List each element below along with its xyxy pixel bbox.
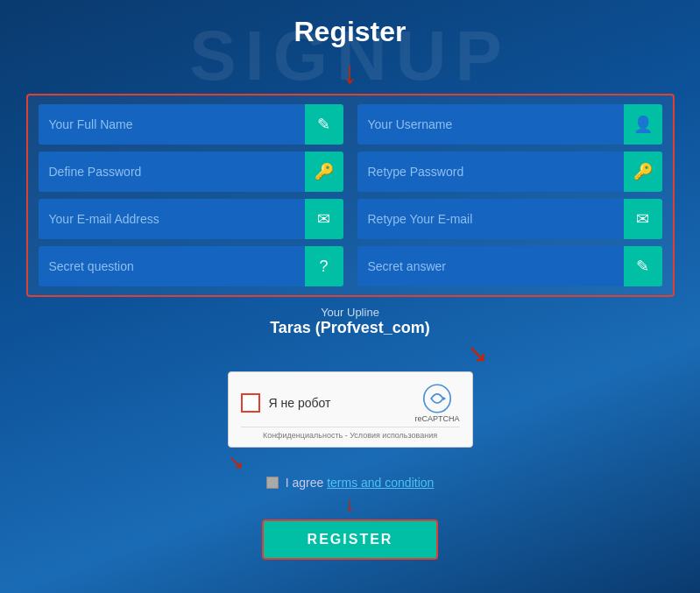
full-name-input[interactable]: [39, 104, 305, 145]
upline-name: Taras (Profvest_com): [270, 319, 430, 337]
secret-question-icon: ?: [305, 246, 343, 286]
svg-marker-0: [443, 397, 446, 401]
upline-section: Your Upline Taras (Profvest_com): [270, 306, 430, 337]
secret-question-input[interactable]: [39, 246, 305, 286]
captcha-footer: Конфиденциальность - Условия использован…: [241, 427, 460, 440]
retype-password-group: 🔑: [357, 152, 662, 192]
arrow-to-captcha: ↘: [467, 339, 487, 368]
secret-question-group: ?: [39, 246, 343, 286]
password-icon: 🔑: [305, 152, 343, 192]
recaptcha-brand-text: reCAPTCHA: [414, 414, 459, 423]
secret-answer-group: ✎: [357, 246, 662, 286]
captcha-wrapper: Я не робот reCAPTCHA Конфиденциальность …: [228, 371, 473, 448]
agree-checkbox[interactable]: [266, 477, 279, 489]
captcha-top: Я не робот reCAPTCHA: [241, 383, 460, 423]
agree-row: I agree terms and condition: [266, 476, 435, 490]
secret-answer-icon: ✎: [624, 246, 662, 286]
retype-email-group: ✉: [357, 199, 662, 239]
retype-password-icon: 🔑: [624, 152, 662, 192]
captcha-left: Я не робот: [241, 393, 331, 413]
retype-password-input[interactable]: [357, 152, 624, 192]
registration-form: ✎ 👤 🔑 🔑 ✉: [26, 94, 675, 297]
retype-email-input[interactable]: [357, 199, 624, 239]
terms-link[interactable]: terms and condition: [327, 476, 434, 490]
arrow-to-register: ↓: [345, 491, 356, 516]
page-title: Register: [293, 16, 406, 48]
captcha-label: Я не робот: [269, 396, 331, 410]
email-group: ✉: [39, 199, 343, 239]
username-group: 👤: [357, 104, 662, 145]
agree-text: I agree terms and condition: [286, 476, 435, 490]
recaptcha-icon: [421, 383, 453, 414]
username-icon: 👤: [624, 104, 662, 145]
secret-answer-input[interactable]: [357, 246, 624, 286]
email-icon: ✉: [305, 199, 343, 239]
upline-label: Your Upline: [270, 306, 430, 319]
password-group: 🔑: [39, 152, 343, 192]
full-name-icon: ✎: [305, 104, 343, 145]
captcha-box: Я не робот reCAPTCHA Конфиденциальность …: [228, 371, 473, 448]
captcha-logo: reCAPTCHA: [414, 383, 459, 423]
password-input[interactable]: [39, 152, 305, 192]
username-input[interactable]: [357, 104, 624, 145]
arrow-to-agree: ↘: [228, 451, 244, 474]
full-name-group: ✎: [39, 104, 343, 145]
email-input[interactable]: [39, 199, 305, 239]
retype-email-icon: ✉: [624, 199, 662, 239]
register-button[interactable]: REGISTER: [262, 519, 439, 560]
form-grid: ✎ 👤 🔑 🔑 ✉: [39, 104, 662, 286]
arrow-to-form: ↓: [343, 57, 358, 88]
captcha-checkbox[interactable]: [241, 393, 260, 413]
